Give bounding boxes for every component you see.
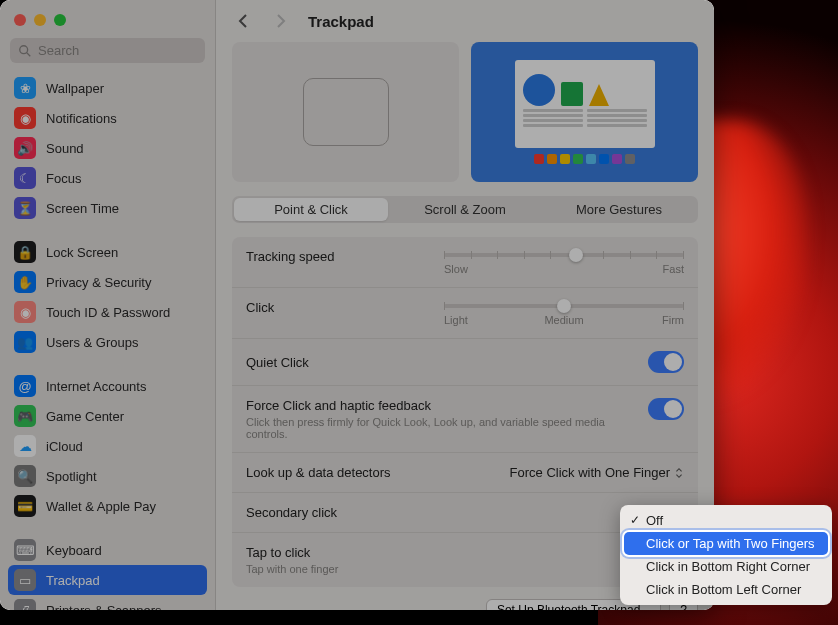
row-label: Quiet Click bbox=[246, 355, 436, 370]
sidebar-icon: ☁ bbox=[14, 435, 36, 457]
row-click: Click LightMediumFirm bbox=[232, 288, 698, 339]
row-force-click: Force Click and haptic feedback Click th… bbox=[232, 386, 698, 453]
tracking-speed-slider[interactable]: SlowFast bbox=[444, 249, 684, 275]
row-label: Click bbox=[246, 300, 436, 315]
tab-more-gestures[interactable]: More Gestures bbox=[542, 198, 696, 221]
row-label: Look up & data detectors bbox=[246, 465, 436, 480]
click-slider[interactable]: LightMediumFirm bbox=[444, 300, 684, 326]
sidebar-icon: 💳 bbox=[14, 495, 36, 517]
trackpad-preview bbox=[232, 42, 459, 182]
sidebar-icon: @ bbox=[14, 375, 36, 397]
menu-item-click-or-tap-with-two-fingers[interactable]: Click or Tap with Two Fingers bbox=[624, 532, 828, 555]
lookup-dropdown[interactable]: Force Click with One Finger bbox=[510, 465, 684, 480]
system-settings-window: Search ❀Wallpaper◉Notifications🔊Sound☾Fo… bbox=[0, 0, 714, 610]
sidebar-icon: 👥 bbox=[14, 331, 36, 353]
tab-point-click[interactable]: Point & Click bbox=[234, 198, 388, 221]
sidebar-item-label: Keyboard bbox=[46, 543, 102, 558]
sidebar-item-label: Trackpad bbox=[46, 573, 100, 588]
close-button[interactable] bbox=[14, 14, 26, 26]
row-sublabel: Tap with one finger bbox=[246, 563, 606, 575]
sidebar-icon: ✋ bbox=[14, 271, 36, 293]
sidebar-icon: 🔒 bbox=[14, 241, 36, 263]
sidebar-item-lock-screen[interactable]: 🔒Lock Screen bbox=[8, 237, 207, 267]
sidebar: Search ❀Wallpaper◉Notifications🔊Sound☾Fo… bbox=[0, 0, 216, 610]
sidebar-icon: ⌨ bbox=[14, 539, 36, 561]
sidebar-item-spotlight[interactable]: 🔍Spotlight bbox=[8, 461, 207, 491]
sidebar-icon: 🔊 bbox=[14, 137, 36, 159]
row-label: Tracking speed bbox=[246, 249, 436, 264]
row-label: Tap to click bbox=[246, 545, 684, 560]
svg-line-1 bbox=[27, 52, 31, 56]
sidebar-icon: ◉ bbox=[14, 301, 36, 323]
window-controls bbox=[0, 0, 215, 34]
sidebar-item-internet-accounts[interactable]: @Internet Accounts bbox=[8, 371, 207, 401]
titlebar: Trackpad bbox=[216, 0, 714, 42]
secondary-click-menu: OffClick or Tap with Two FingersClick in… bbox=[620, 505, 832, 605]
zoom-button[interactable] bbox=[54, 14, 66, 26]
sidebar-item-icloud[interactable]: ☁iCloud bbox=[8, 431, 207, 461]
sidebar-list: ❀Wallpaper◉Notifications🔊Sound☾Focus⏳Scr… bbox=[0, 73, 215, 610]
sidebar-icon: ☾ bbox=[14, 167, 36, 189]
sidebar-item-focus[interactable]: ☾Focus bbox=[8, 163, 207, 193]
sidebar-item-touch-id-password[interactable]: ◉Touch ID & Password bbox=[8, 297, 207, 327]
force-click-toggle[interactable] bbox=[648, 398, 684, 420]
search-input[interactable]: Search bbox=[10, 38, 205, 63]
menu-item-click-in-bottom-right-corner[interactable]: Click in Bottom Right Corner bbox=[624, 555, 828, 578]
chevron-updown-icon bbox=[674, 467, 684, 479]
desktop-preview bbox=[471, 42, 698, 182]
sidebar-item-keyboard[interactable]: ⌨Keyboard bbox=[8, 535, 207, 565]
page-title: Trackpad bbox=[308, 13, 374, 30]
sidebar-icon: 🎮 bbox=[14, 405, 36, 427]
sidebar-icon: ▭ bbox=[14, 569, 36, 591]
sidebar-item-privacy-security[interactable]: ✋Privacy & Security bbox=[8, 267, 207, 297]
sidebar-item-label: Printers & Scanners bbox=[46, 603, 162, 611]
sidebar-item-label: Touch ID & Password bbox=[46, 305, 170, 320]
sidebar-item-label: Wallet & Apple Pay bbox=[46, 499, 156, 514]
row-label: Secondary click bbox=[246, 505, 436, 520]
tab-segment: Point & ClickScroll & ZoomMore Gestures bbox=[232, 196, 698, 223]
tab-scroll-zoom[interactable]: Scroll & Zoom bbox=[388, 198, 542, 221]
sidebar-item-game-center[interactable]: 🎮Game Center bbox=[8, 401, 207, 431]
search-placeholder: Search bbox=[38, 43, 79, 58]
sidebar-icon: ◉ bbox=[14, 107, 36, 129]
sidebar-item-label: Spotlight bbox=[46, 469, 97, 484]
sidebar-icon: 🔍 bbox=[14, 465, 36, 487]
sidebar-item-label: Screen Time bbox=[46, 201, 119, 216]
sidebar-item-label: Wallpaper bbox=[46, 81, 104, 96]
sidebar-item-label: Notifications bbox=[46, 111, 117, 126]
sidebar-item-notifications[interactable]: ◉Notifications bbox=[8, 103, 207, 133]
row-label: Force Click and haptic feedback bbox=[246, 398, 648, 413]
sidebar-item-label: Internet Accounts bbox=[46, 379, 146, 394]
sidebar-item-label: Users & Groups bbox=[46, 335, 138, 350]
sidebar-item-label: Game Center bbox=[46, 409, 124, 424]
sidebar-item-sound[interactable]: 🔊Sound bbox=[8, 133, 207, 163]
sidebar-item-users-groups[interactable]: 👥Users & Groups bbox=[8, 327, 207, 357]
svg-point-0 bbox=[20, 45, 28, 53]
search-icon bbox=[18, 44, 32, 58]
sidebar-icon: ⏳ bbox=[14, 197, 36, 219]
sidebar-item-wallpaper[interactable]: ❀Wallpaper bbox=[8, 73, 207, 103]
sidebar-item-label: Sound bbox=[46, 141, 84, 156]
back-button[interactable] bbox=[232, 10, 254, 32]
sidebar-item-label: Lock Screen bbox=[46, 245, 118, 260]
sidebar-icon: 🖨 bbox=[14, 599, 36, 610]
minimize-button[interactable] bbox=[34, 14, 46, 26]
sidebar-item-trackpad[interactable]: ▭Trackpad bbox=[8, 565, 207, 595]
quiet-click-toggle[interactable] bbox=[648, 351, 684, 373]
sidebar-icon: ❀ bbox=[14, 77, 36, 99]
preview-row bbox=[232, 42, 698, 182]
sidebar-item-label: Privacy & Security bbox=[46, 275, 151, 290]
menu-item-off[interactable]: Off bbox=[624, 509, 828, 532]
sidebar-item-label: iCloud bbox=[46, 439, 83, 454]
sidebar-item-screen-time[interactable]: ⏳Screen Time bbox=[8, 193, 207, 223]
row-tracking-speed: Tracking speed SlowFast bbox=[232, 237, 698, 288]
row-sublabel: Click then press firmly for Quick Look, … bbox=[246, 416, 606, 440]
menu-item-click-in-bottom-left-corner[interactable]: Click in Bottom Left Corner bbox=[624, 578, 828, 601]
sidebar-item-label: Focus bbox=[46, 171, 81, 186]
trackpad-icon bbox=[303, 78, 389, 146]
row-quiet-click: Quiet Click bbox=[232, 339, 698, 386]
forward-button[interactable] bbox=[270, 10, 292, 32]
sidebar-item-printers-scanners[interactable]: 🖨Printers & Scanners bbox=[8, 595, 207, 610]
sidebar-item-wallet-apple-pay[interactable]: 💳Wallet & Apple Pay bbox=[8, 491, 207, 521]
row-lookup: Look up & data detectors Force Click wit… bbox=[232, 453, 698, 493]
